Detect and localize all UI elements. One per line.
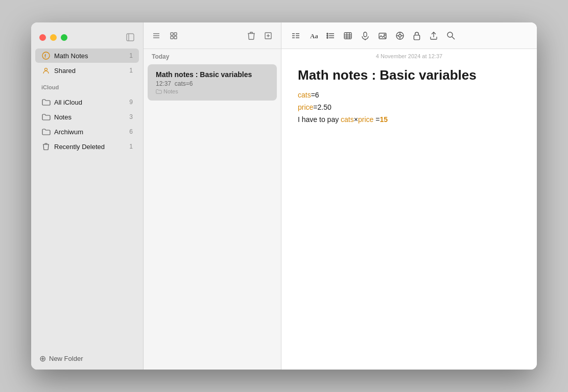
new-note-button[interactable]: [262, 29, 275, 42]
svg-rect-10: [171, 36, 173, 39]
sidebar: f Math Notes 1 Shared 1: [31, 22, 144, 370]
svg-rect-27: [344, 33, 351, 39]
notes-list-panel: Today Math notes : Basic variables 12:37…: [144, 22, 281, 370]
note-item-meta-0: 12:37 cats=6: [156, 80, 269, 87]
delete-button[interactable]: [245, 29, 257, 42]
var-price: price: [298, 103, 313, 111]
sidebar-item-notes-count: 3: [129, 113, 133, 120]
pinned-section: f Math Notes 1 Shared 1: [31, 46, 143, 80]
svg-rect-11: [174, 36, 177, 39]
folder-icon-archiwum: [41, 127, 51, 136]
note-item-0[interactable]: Math notes : Basic variables 12:37 cats=…: [148, 64, 277, 101]
editor-line-1: cats=6: [298, 89, 520, 102]
svg-point-43: [447, 32, 453, 37]
editor-line-2: price=2.50: [298, 102, 520, 114]
audio-btn[interactable]: [358, 29, 372, 43]
svg-point-37: [399, 34, 401, 37]
sidebar-item-shared-label: Shared: [54, 67, 129, 75]
sidebar-item-shared[interactable]: Shared 1: [35, 63, 139, 78]
sidebar-item-notes-label: Notes: [54, 113, 129, 121]
sidebar-item-archiwum[interactable]: Archiwum 6: [35, 125, 139, 139]
svg-rect-32: [364, 32, 367, 37]
sidebar-item-recently-deleted[interactable]: Recently Deleted 1: [35, 139, 139, 154]
notes-window: f Math Notes 1 Shared 1: [31, 22, 537, 370]
text-format-btn[interactable]: Aa: [306, 29, 320, 43]
sidebar-item-math-notes-label: Math Notes: [54, 52, 129, 60]
sidebar-item-archiwum-count: 6: [129, 128, 133, 135]
icloud-section: All iCloud 9 Notes 3: [31, 92, 143, 156]
svg-rect-42: [414, 35, 419, 39]
svg-rect-0: [127, 34, 134, 41]
sidebar-item-all-icloud[interactable]: All iCloud 9: [35, 95, 139, 109]
sidebar-item-notes[interactable]: Notes 3: [35, 110, 139, 124]
editor-content[interactable]: Math notes : Basic variables cats=6 pric…: [281, 61, 537, 370]
editor-toolbar: Aa: [281, 22, 537, 49]
sidebar-item-math-notes-count: 1: [129, 52, 133, 59]
sidebar-item-all-icloud-count: 9: [129, 99, 133, 106]
math-notes-icon: f: [41, 51, 51, 60]
note-item-time-0: 12:37: [156, 80, 171, 87]
sidebar-item-all-icloud-label: All iCloud: [54, 99, 129, 106]
svg-line-44: [452, 37, 455, 39]
trash-icon: [41, 142, 51, 151]
shared-icon: [41, 66, 51, 75]
photo-btn[interactable]: [375, 29, 390, 43]
sidebar-item-recently-deleted-count: 1: [129, 143, 133, 150]
plus-icon: ⊕: [39, 354, 46, 363]
minimize-button[interactable]: [50, 34, 57, 41]
new-folder-button[interactable]: ⊕ New Folder: [31, 348, 143, 370]
folder-icon-notes: [41, 112, 51, 121]
grid-view-button[interactable]: [167, 29, 180, 42]
maximize-button[interactable]: [61, 34, 67, 41]
folder-icon-all: [41, 97, 51, 107]
var-price-ref: price: [358, 115, 373, 124]
new-folder-label: New Folder: [49, 355, 83, 362]
note-item-preview-0: cats=6: [175, 80, 193, 87]
var-cats: cats: [298, 91, 311, 99]
svg-point-21: [327, 33, 328, 34]
icloud-section-title: iCloud: [31, 80, 143, 92]
svg-rect-9: [174, 33, 177, 35]
note-item-folder-0: Notes: [156, 88, 269, 94]
result-value: 15: [380, 115, 388, 124]
svg-text:Aa: Aa: [310, 32, 318, 40]
table-btn[interactable]: [341, 29, 355, 43]
search-btn[interactable]: [444, 29, 458, 42]
price-value: =2.50: [313, 103, 331, 111]
list-view-button[interactable]: [150, 29, 163, 42]
note-item-title-0: Math notes : Basic variables: [156, 70, 269, 79]
close-button[interactable]: [39, 34, 46, 41]
editor-title: Math notes : Basic variables: [298, 67, 520, 83]
svg-point-4: [45, 68, 48, 71]
editor-date: 4 November 2024 at 12:37: [281, 49, 537, 61]
editor-area: Aa: [281, 22, 537, 370]
sidebar-item-shared-count: 1: [129, 67, 133, 74]
sidebar-item-archiwum-label: Archiwum: [54, 128, 129, 136]
bullet-list-btn[interactable]: [323, 29, 338, 43]
traffic-lights: [31, 27, 143, 46]
sidebar-toggle-button[interactable]: [126, 33, 135, 42]
tag-btn[interactable]: [393, 29, 407, 43]
svg-text:f: f: [44, 54, 46, 59]
svg-point-23: [327, 35, 328, 36]
svg-rect-8: [171, 33, 173, 35]
notes-section-today: Today: [144, 49, 281, 63]
svg-point-35: [384, 34, 386, 36]
sidebar-item-math-notes[interactable]: f Math Notes 1: [35, 48, 139, 63]
var-cats-ref: cats: [341, 115, 354, 124]
checklist-icon-btn[interactable]: [289, 29, 303, 43]
svg-point-2: [42, 52, 50, 59]
editor-body: cats=6 price=2.50 I have to pay cats×pri…: [298, 89, 520, 126]
lock-btn[interactable]: [410, 29, 423, 43]
editor-line-3: I have to pay cats×price =15: [298, 114, 520, 126]
cats-value: =6: [311, 91, 319, 99]
share-btn[interactable]: [427, 29, 441, 43]
notes-list-toolbar: [144, 22, 281, 49]
svg-point-25: [327, 37, 328, 38]
sidebar-item-recently-deleted-label: Recently Deleted: [54, 143, 129, 151]
